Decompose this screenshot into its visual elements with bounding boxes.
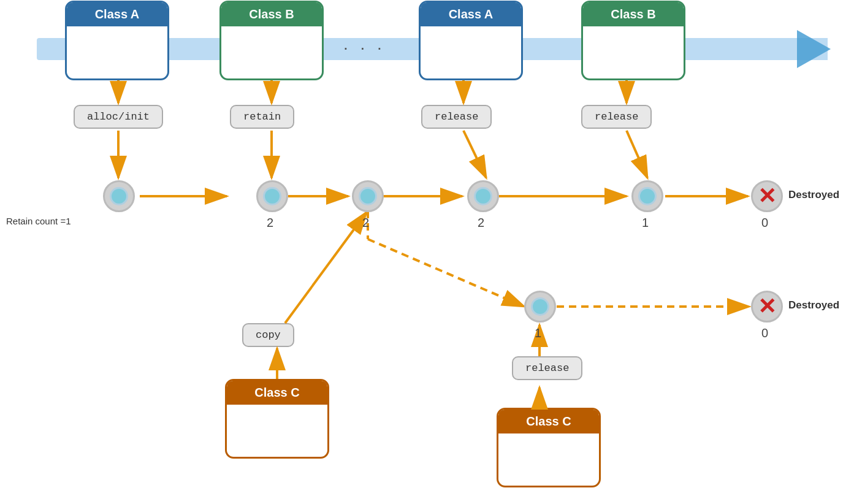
- rc-inner-7: [531, 297, 549, 316]
- class-b2-label: Class B: [583, 2, 684, 26]
- rc-label-4: 2: [478, 216, 484, 230]
- rc-inner-5: [638, 187, 657, 205]
- dots-separator: · · ·: [343, 38, 386, 58]
- rc-label-8: 0: [761, 326, 768, 340]
- rc-circle-7: [524, 291, 556, 323]
- timeline-arrowhead: [797, 30, 831, 68]
- destroyed-x-1: ✕: [758, 185, 776, 207]
- class-a1-label: Class A: [67, 2, 167, 26]
- svg-line-18: [285, 212, 367, 323]
- rc-destroyed-2: ✕: [751, 291, 783, 323]
- class-c1-label: Class C: [227, 381, 327, 405]
- diagram: · · · Class A Class B Class A Class B al…: [0, 0, 854, 504]
- rc-label-2: 2: [267, 216, 273, 230]
- rc-label-6: 0: [761, 216, 768, 230]
- rc-inner-4: [474, 187, 492, 205]
- rc-destroyed-1: ✕: [751, 180, 783, 212]
- copy-box: copy: [242, 323, 294, 347]
- release2-box: release: [581, 105, 652, 129]
- class-b1-box: Class B: [219, 1, 324, 80]
- class-b1-label: Class B: [221, 2, 322, 26]
- retain-box: retain: [230, 105, 294, 129]
- rc-circle-3: [352, 180, 384, 212]
- rc-inner-3: [359, 187, 377, 205]
- class-c2-box: Class C: [497, 408, 601, 487]
- class-a2-box: Class A: [419, 1, 523, 80]
- svg-line-4: [463, 131, 486, 178]
- destroyed-label-1: Destroyed: [788, 189, 839, 201]
- class-c1-box: Class C: [225, 379, 329, 459]
- rc-inner-2: [263, 187, 281, 205]
- release3-box: release: [512, 356, 582, 380]
- class-b2-box: Class B: [581, 1, 685, 80]
- alloc-init-box: alloc/init: [74, 105, 163, 129]
- class-c2-label: Class C: [498, 410, 599, 433]
- class-a2-label: Class A: [421, 2, 521, 26]
- rc-circle-4: [467, 180, 499, 212]
- svg-line-12: [368, 239, 524, 307]
- rc-label-7: 1: [535, 326, 541, 340]
- destroyed-label-2: Destroyed: [788, 299, 839, 311]
- rc-label-5: 1: [642, 216, 649, 230]
- rc-circle-2: [256, 180, 288, 212]
- rc-label-3: 2: [362, 216, 369, 230]
- svg-line-5: [627, 131, 647, 178]
- rc-circle-5: [631, 180, 663, 212]
- destroyed-x-2: ✕: [758, 296, 776, 318]
- class-a1-box: Class A: [65, 1, 169, 80]
- rc-circle-1: [103, 180, 135, 212]
- release1-box: release: [421, 105, 492, 129]
- rc-inner-1: [110, 187, 128, 205]
- rc-label-1: Retain count =1: [6, 216, 71, 226]
